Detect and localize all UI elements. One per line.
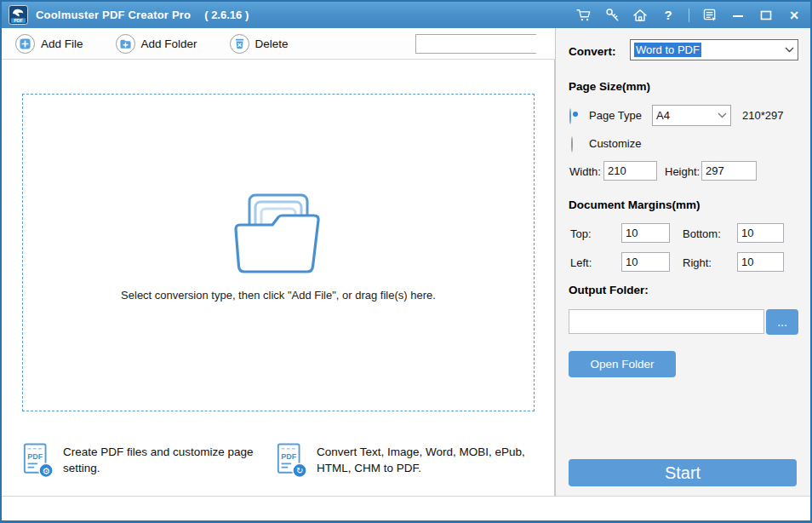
width-input[interactable]: [603, 161, 657, 181]
feedback-icon[interactable]: [702, 8, 718, 23]
page-type-radio[interactable]: [569, 108, 571, 124]
page-size-title: Page Size(mm): [569, 80, 650, 93]
output-folder-title: Output Folder:: [569, 284, 649, 296]
add-folder-button[interactable]: Add Folder: [116, 34, 197, 54]
svg-text:PDF: PDF: [27, 452, 43, 461]
top-margin-input[interactable]: [621, 223, 670, 243]
drop-hint-text: Select conversion type, then click "Add …: [23, 289, 534, 302]
status-bar: [2, 496, 810, 520]
minimize-icon[interactable]: [730, 8, 746, 23]
margins-title: Document Margins(mm): [569, 198, 700, 211]
close-icon[interactable]: ✕: [786, 8, 802, 23]
maximize-icon[interactable]: [758, 8, 774, 23]
customize-label: Customize: [589, 137, 641, 150]
start-button[interactable]: Start: [569, 459, 797, 486]
settings-panel: Convert: Word to PDF Page Size(mm) Page …: [555, 28, 810, 496]
open-folder-icon: [228, 193, 329, 277]
cart-icon[interactable]: [576, 8, 592, 23]
chevron-down-icon: [785, 47, 794, 53]
feature-text-create: Create PDF files and customize page sett…: [63, 442, 269, 479]
drop-zone[interactable]: Select conversion type, then click "Add …: [22, 94, 535, 411]
toolbar: Add File Add Folder Delete: [2, 28, 555, 60]
width-label: Width:: [569, 165, 601, 178]
delete-label: Delete: [255, 37, 289, 50]
logo-pdf-text: PDF: [14, 18, 23, 23]
delete-button[interactable]: Delete: [230, 34, 289, 54]
file-list-area: Select conversion type, then click "Add …: [2, 60, 555, 496]
add-file-icon: [15, 34, 35, 54]
output-folder-input[interactable]: [569, 309, 764, 334]
home-icon[interactable]: [632, 8, 648, 23]
add-file-button[interactable]: Add File: [15, 34, 83, 54]
chevron-down-icon: [718, 112, 727, 118]
left-margin-input[interactable]: [621, 252, 670, 272]
customize-radio[interactable]: [571, 136, 573, 152]
add-folder-icon: [116, 34, 135, 54]
search-box: [415, 34, 536, 54]
bottom-label: Bottom:: [683, 227, 721, 240]
feature-item-convert: PDF ↻ Convert Text, Image, Word, MOBI, e…: [276, 442, 531, 479]
key-icon[interactable]: [604, 8, 620, 23]
titlebar-icons: ? ✕: [576, 8, 802, 23]
search-input[interactable]: [416, 35, 555, 53]
right-label: Right:: [683, 256, 712, 269]
app-logo-icon: PDF: [9, 5, 28, 25]
pdf-gear-icon: PDF ⚙: [22, 442, 54, 479]
svg-text:↻: ↻: [296, 465, 304, 475]
page-type-dropdown[interactable]: A4: [652, 105, 731, 126]
delete-icon: [230, 34, 249, 54]
open-folder-button[interactable]: Open Folder: [569, 351, 676, 377]
convert-label: Convert:: [569, 45, 616, 58]
convert-selected-value: Word to PDF: [634, 43, 701, 57]
page-type-label: Page Type: [589, 109, 642, 122]
add-folder-label: Add Folder: [141, 37, 197, 50]
feature-text-convert: Convert Text, Image, Word, MOBI, ePub, H…: [317, 442, 531, 479]
convert-dropdown[interactable]: Word to PDF: [630, 39, 798, 60]
feature-item-create: PDF ⚙ Create PDF files and customize pag…: [22, 442, 269, 479]
page-type-selected-value: A4: [656, 109, 670, 122]
bottom-margin-input[interactable]: [737, 223, 784, 243]
browse-button[interactable]: ...: [766, 309, 798, 335]
left-label: Left:: [570, 256, 592, 269]
help-icon[interactable]: ?: [660, 8, 676, 23]
pdf-convert-icon: PDF ↻: [276, 442, 308, 479]
height-label: Height:: [665, 165, 700, 178]
add-file-label: Add File: [41, 37, 83, 50]
svg-text:⚙: ⚙: [42, 466, 50, 477]
titlebar-separator: [689, 9, 689, 22]
svg-text:PDF: PDF: [281, 452, 297, 461]
page-dimensions-text: 210*297: [742, 109, 783, 122]
window-version: ( 2.6.16 ): [204, 9, 249, 21]
app-window: PDF Coolmuster PDF Creator Pro ( 2.6.16 …: [0, 0, 812, 523]
titlebar: PDF Coolmuster PDF Creator Pro ( 2.6.16 …: [2, 2, 810, 28]
top-label: Top:: [570, 227, 592, 240]
right-margin-input[interactable]: [737, 252, 784, 272]
height-input[interactable]: [701, 161, 757, 181]
window-title: Coolmuster PDF Creator Pro: [36, 9, 191, 21]
